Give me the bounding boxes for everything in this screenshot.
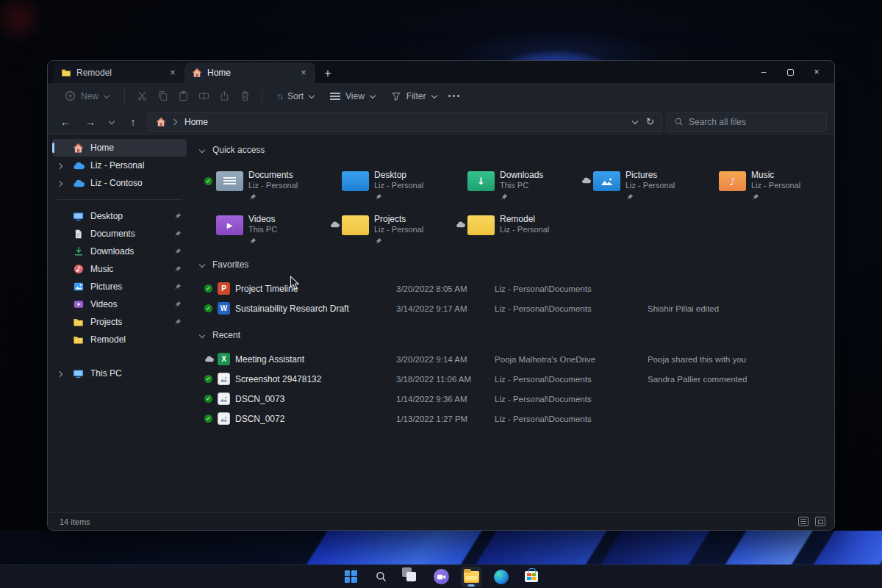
desktop-icon <box>72 211 85 222</box>
minimize-button[interactable]: – <box>750 62 777 82</box>
file-date: 3/20/2022 9:14 AM <box>396 355 495 364</box>
file-name: Screenshot 29478132 <box>235 374 396 384</box>
chevron-right-icon[interactable] <box>57 162 64 169</box>
new-button[interactable]: New <box>58 86 117 107</box>
section-header-quick-access[interactable]: Quick access <box>199 143 830 157</box>
section-title: Favorites <box>212 259 248 270</box>
taskbar <box>0 564 882 588</box>
sidebar-item-label: Liz - Contoso <box>90 178 143 188</box>
tile-remodel[interactable]: Remodel Liz - Personal <box>456 209 581 248</box>
taskbar-search-button[interactable] <box>370 567 391 587</box>
close-tab-icon[interactable]: × <box>167 67 179 79</box>
document-icon <box>72 229 85 239</box>
filter-button[interactable]: Filter <box>384 86 445 107</box>
tile-documents[interactable]: ✓ Documents Liz - Personal <box>204 165 330 204</box>
new-tab-button[interactable]: + <box>318 64 337 83</box>
microsoft-store-button[interactable] <box>521 567 542 587</box>
edge-icon <box>494 570 509 584</box>
music-folder-icon: ♪ <box>719 171 746 191</box>
window-body: Home Liz - Personal Liz - Contoso Deskto… <box>48 135 834 512</box>
see-more-button[interactable] <box>446 86 462 107</box>
tile-desktop[interactable]: Desktop Liz - Personal <box>330 165 456 204</box>
share-button[interactable] <box>215 86 234 107</box>
file-date: 3/20/2022 8:05 AM <box>396 284 495 293</box>
file-row-sustainability-research-draft[interactable]: ✓ W Sustainability Research Draft 3/14/2… <box>204 298 830 318</box>
filter-funnel-icon <box>391 91 401 101</box>
file-row-project-timeline[interactable]: ✓ P Project Timeline 3/20/2022 8:05 AM L… <box>204 279 830 298</box>
start-button[interactable] <box>340 567 361 587</box>
large-icons-view-button[interactable] <box>815 517 825 526</box>
onedrive-cloud-icon <box>72 179 85 187</box>
up-button[interactable]: ↑ <box>123 112 143 132</box>
close-button[interactable]: × <box>803 62 830 82</box>
view-button[interactable]: View <box>323 86 383 107</box>
section-header-favorites[interactable]: Favorites <box>199 258 830 271</box>
sidebar-item-downloads[interactable]: Downloads <box>52 243 187 260</box>
pin-icon <box>174 212 182 220</box>
tile-name: Documents <box>248 170 298 180</box>
chevron-right-icon[interactable] <box>57 370 64 377</box>
edge-button[interactable] <box>491 567 512 587</box>
maximize-button[interactable] <box>777 62 803 82</box>
tile-music[interactable]: ♪ Music Liz - Personal <box>707 165 833 204</box>
tile-name: Projects <box>374 214 423 224</box>
sort-button[interactable]: ↑↓ Sort <box>270 86 322 107</box>
tile-videos[interactable]: ▶ Videos This PC <box>204 209 330 248</box>
sidebar-item-documents[interactable]: Documents <box>52 225 187 243</box>
section-header-recent[interactable]: Recent <box>199 329 830 342</box>
paste-button[interactable] <box>173 86 193 107</box>
refresh-icon[interactable]: ↻ <box>646 116 654 127</box>
breadcrumb-segment-home[interactable]: Home <box>184 117 208 127</box>
file-explorer-button[interactable] <box>461 567 481 587</box>
tile-name: Desktop <box>374 170 423 180</box>
cloud-badge-icon <box>330 221 340 228</box>
sidebar-item-this-pc[interactable]: This PC <box>52 365 187 382</box>
wallpaper-ribbons <box>0 531 882 564</box>
window-controls: – × <box>750 61 830 83</box>
sidebar-item-remodel[interactable]: Remodel <box>52 331 187 348</box>
tab-home[interactable]: Home × <box>184 62 315 83</box>
address-bar: ← → ↑ Home ↻ <box>48 110 834 135</box>
breadcrumb[interactable]: Home ↻ <box>148 112 662 132</box>
search-input[interactable] <box>689 117 820 127</box>
pin-icon <box>174 248 182 255</box>
rename-button[interactable] <box>194 86 213 107</box>
details-view-button[interactable] <box>798 517 808 526</box>
sidebar-item-desktop[interactable]: Desktop <box>52 207 187 225</box>
file-row-dscn-0073[interactable]: ✓ DSCN_0073 1/14/2022 9:36 AM Liz - Pers… <box>204 389 830 409</box>
sidebar-item-liz-personal[interactable]: Liz - Personal <box>52 157 187 174</box>
chevron-down-icon[interactable] <box>632 118 639 125</box>
toolbar-divider <box>262 89 262 104</box>
teams-chat-button[interactable] <box>431 567 451 587</box>
file-row-screenshot-29478132[interactable]: ✓ Screenshot 29478132 3/18/2022 11:06 AM… <box>204 369 830 389</box>
recent-locations-button[interactable] <box>105 112 118 132</box>
sidebar-item-pictures[interactable]: Pictures <box>52 278 187 295</box>
close-tab-icon[interactable]: × <box>298 67 309 79</box>
documents-folder-icon <box>216 171 243 191</box>
forward-button[interactable]: → <box>80 112 101 132</box>
item-count: 14 items <box>60 517 90 526</box>
tile-downloads[interactable]: ↓ Downloads This PC <box>456 165 581 204</box>
sidebar-item-videos[interactable]: Videos <box>52 295 187 313</box>
tile-location: Liz - Personal <box>500 224 549 234</box>
videos-icon <box>72 299 85 309</box>
back-button[interactable]: ← <box>55 112 76 132</box>
pin-icon <box>249 193 257 201</box>
synced-badge-icon: ✓ <box>204 375 212 383</box>
breadcrumb-end: ↻ <box>632 116 654 127</box>
file-row-meeting-assistant[interactable]: X Meeting Assistant 3/20/2022 9:14 AM Po… <box>204 349 830 369</box>
cut-button[interactable] <box>132 86 151 107</box>
task-view-button[interactable] <box>401 567 421 587</box>
tile-pictures[interactable]: Pictures Liz - Personal <box>581 165 707 204</box>
sidebar-item-home[interactable]: Home <box>52 139 187 157</box>
tile-projects[interactable]: Projects Liz - Personal <box>330 209 456 248</box>
sidebar-item-music[interactable]: Music <box>52 260 187 278</box>
tab-remodel[interactable]: Remodel × <box>54 62 184 83</box>
sidebar-item-liz-contoso[interactable]: Liz - Contoso <box>52 174 187 192</box>
search-box[interactable] <box>667 112 827 132</box>
delete-button[interactable] <box>235 86 254 107</box>
sidebar-item-projects[interactable]: Projects <box>52 313 187 331</box>
file-row-dscn-0072[interactable]: ✓ DSCN_0072 1/13/2022 1:27 PM Liz - Pers… <box>204 409 830 429</box>
chevron-right-icon[interactable] <box>57 180 64 187</box>
copy-button[interactable] <box>153 86 172 107</box>
